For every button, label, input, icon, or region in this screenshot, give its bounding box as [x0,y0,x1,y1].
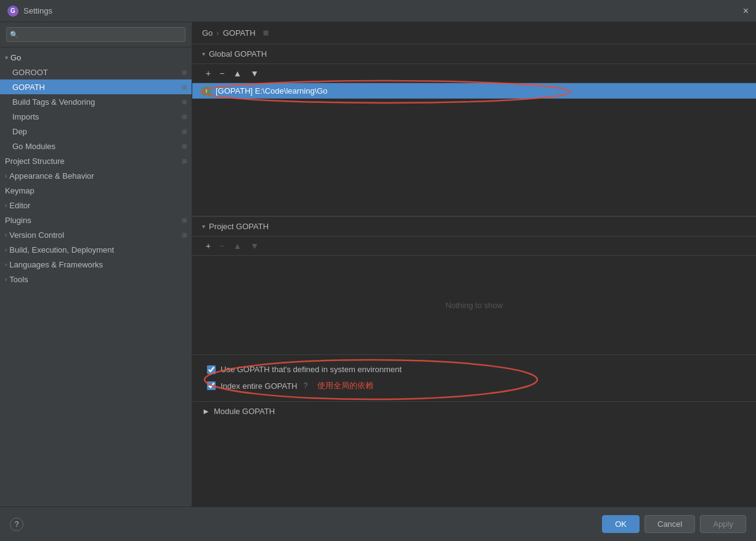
sidebar-item-go[interactable]: ▾ Go [0,50,192,65]
project-gopath-arrow: ▾ [202,223,205,230]
sidebar-item-keymap[interactable]: Keymap [0,183,192,198]
sidebar-item-dep[interactable]: Dep ⊞ [0,124,192,139]
global-gopath-empty-space [192,99,756,216]
module-gopath-label: Module GOPATH [214,407,275,416]
sidebar-item-editor[interactable]: › Editor [0,198,192,213]
index-gopath-checkbox[interactable] [207,381,216,390]
sidebar-item-project-structure[interactable]: Project Structure ⊞ [0,153,192,168]
use-gopath-checkbox[interactable] [207,365,216,374]
gopath-ext-icon: ⊞ [182,84,187,91]
sidebar-item-build-tags[interactable]: Build Tags & Vendoring ⊞ [0,94,192,109]
global-gopath-label: Global GOPATH [209,49,267,59]
sidebar-item-dep-label: Dep [12,127,27,136]
content-area: Go › GOPATH ⊞ ▾ Global GOPATH + − ▲ ▼ [192,22,756,506]
sidebar-item-plugins-label: Plugins [5,216,31,225]
project-add-btn[interactable]: + [202,239,214,253]
sidebar-item-languages[interactable]: › Languages & Frameworks [0,257,192,272]
ok-button[interactable]: OK [602,515,640,533]
sidebar-item-tools[interactable]: › Tools [0,272,192,287]
editor-arrow: › [5,202,7,209]
goroot-ext-icon: ⊞ [182,69,187,76]
title-bar: G Settings × [0,0,756,22]
project-gopath-header: ▾ Project GOPATH [192,217,756,237]
search-wrapper: 🔍 [6,27,185,42]
checkboxes-area: Use GOPATH that's defined in system envi… [192,355,756,401]
apply-button[interactable]: Apply [700,515,746,533]
sidebar-item-imports-label: Imports [12,112,39,121]
build-tags-ext-icon: ⊞ [182,99,187,105]
sidebar-item-go-modules[interactable]: Go Modules ⊞ [0,139,192,153]
project-gopath-toolbar: + − ▲ ▼ [192,237,756,256]
project-down-btn[interactable]: ▼ [246,239,262,253]
sidebar-item-goroot[interactable]: GOROOT ⊞ [0,65,192,79]
module-gopath-arrow: ► [202,407,210,416]
sidebar-item-goroot-label: GOROOT [12,68,48,77]
sidebar-item-version-control[interactable]: › Version Control ⊞ [0,227,192,242]
checkbox-row-index-gopath: Index entire GOPATH ? 使用全局的依赖 [207,380,741,391]
content-scroll: ▾ Global GOPATH + − ▲ ▼ f [192,44,756,506]
nav-tree: ▾ Go GOROOT ⊞ GOPATH ⊞ Build Tags & Vend… [0,47,192,289]
sidebar-item-build-tags-label: Build Tags & Vendoring [12,97,95,107]
global-up-btn[interactable]: ▲ [229,67,245,80]
vc-ext-icon: ⊞ [182,232,187,238]
search-icon: 🔍 [10,31,18,39]
gopath-list-item[interactable]: f [GOPATH] E:\Code\learning\Go [192,83,756,99]
global-gopath-arrow: ▾ [202,51,205,57]
breadcrumb: Go › GOPATH ⊞ [192,22,756,44]
tools-arrow: › [5,276,7,283]
global-gopath-items: f [GOPATH] E:\Code\learning\Go [192,83,756,99]
cancel-button[interactable]: Cancel [644,515,695,533]
dep-ext-icon: ⊞ [182,128,187,135]
global-add-btn[interactable]: + [202,67,214,80]
sidebar-item-build-exec-label: Build, Execution, Deployment [9,245,114,254]
title-bar-title: Settings [23,6,52,15]
main-content: 🔍 ▾ Go GOROOT ⊞ GOPATH ⊞ Build Tags & Ve [0,22,756,506]
sidebar-item-appearance-label: Appearance & Behavior [9,171,94,181]
search-input[interactable] [6,27,185,42]
sidebar-item-plugins[interactable]: Plugins ⊞ [0,213,192,227]
global-gopath-toolbar: + − ▲ ▼ [192,64,756,83]
project-structure-ext-icon: ⊞ [182,158,187,165]
project-up-btn[interactable]: ▲ [229,239,245,253]
checkbox-row-use-gopath: Use GOPATH that's defined in system envi… [207,365,741,374]
project-gopath-empty: Nothing to show [192,256,756,354]
sidebar-item-gopath[interactable]: GOPATH ⊞ [0,79,192,94]
go-arrow: ▾ [5,54,8,61]
sidebar-item-go-modules-label: Go Modules [12,142,55,151]
imports-ext-icon: ⊞ [182,113,187,120]
global-gopath-header: ▾ Global GOPATH [192,44,756,64]
nothing-text: Nothing to show [445,301,503,310]
global-gopath-items-wrapper: f [GOPATH] E:\Code\learning\Go [192,83,756,216]
bottom-left: ? [10,518,23,531]
vc-arrow: › [5,232,7,238]
global-down-btn[interactable]: ▼ [246,67,262,80]
build-exec-arrow: › [5,246,7,253]
go-modules-ext-icon: ⊞ [182,143,187,150]
sidebar-item-build-exec[interactable]: › Build, Execution, Deployment [0,242,192,257]
index-gopath-help-icon[interactable]: ? [304,381,308,390]
sidebar-item-editor-label: Editor [9,201,30,210]
sidebar-item-version-control-label: Version Control [9,230,64,240]
sidebar-item-languages-label: Languages & Frameworks [9,260,103,269]
project-remove-btn[interactable]: − [216,239,228,253]
bottom-bar: ? OK Cancel Apply [0,506,756,541]
search-box: 🔍 [0,22,192,47]
plugins-ext-icon: ⊞ [182,217,187,224]
sidebar-item-imports[interactable]: Imports ⊞ [0,109,192,124]
global-gopath-section: ▾ Global GOPATH + − ▲ ▼ f [192,44,756,216]
index-gopath-label: Index entire GOPATH [221,381,298,391]
global-remove-btn[interactable]: − [216,67,228,80]
use-gopath-label: Use GOPATH that's defined in system envi… [221,365,402,374]
content-bottom-space [192,421,756,445]
appearance-arrow: › [5,173,7,179]
breadcrumb-go: Go [202,28,213,38]
title-bar-left: G Settings [7,6,52,17]
app-icon: G [7,6,18,17]
module-gopath-header: ► Module GOPATH [192,401,756,421]
sidebar-item-appearance[interactable]: › Appearance & Behavior [0,168,192,183]
close-button[interactable]: × [743,6,749,16]
help-button[interactable]: ? [10,518,23,531]
sidebar: 🔍 ▾ Go GOROOT ⊞ GOPATH ⊞ Build Tags & Ve [0,22,192,506]
languages-arrow: › [5,261,7,268]
gopath-list-item-label: [GOPATH] E:\Code\learning\Go [216,86,328,96]
